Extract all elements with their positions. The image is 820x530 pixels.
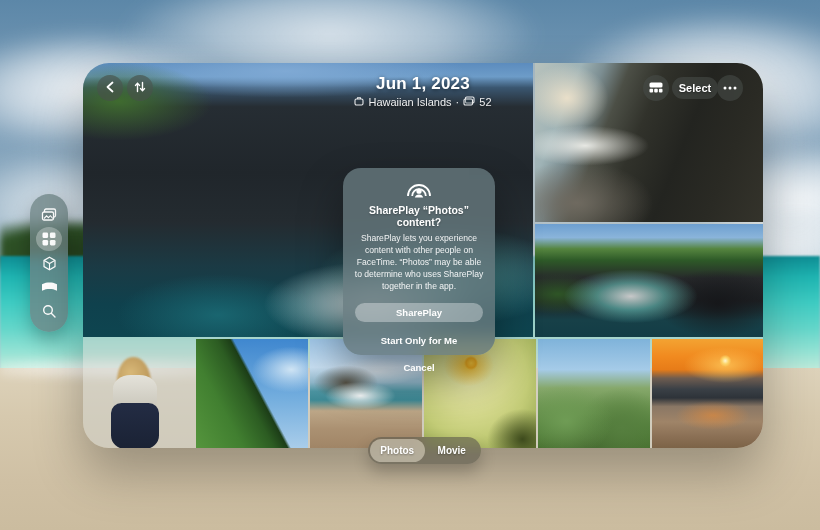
ellipsis-icon: [723, 80, 737, 92]
photos-stack-icon: [41, 208, 57, 222]
photo-woman-overlook[interactable]: [83, 339, 194, 448]
photos-tab-bar: [30, 194, 68, 332]
photo-yellow-flower[interactable]: [424, 339, 536, 448]
search-icon: [42, 304, 56, 318]
shareplay-icon: [353, 179, 485, 199]
grid-view-icon: [649, 79, 663, 97]
panorama-icon: [41, 282, 58, 293]
photo-cactus[interactable]: [538, 339, 650, 448]
grid-view-button[interactable]: [643, 75, 669, 101]
subtitle-separator: ·: [456, 96, 460, 108]
select-button[interactable]: Select: [672, 77, 718, 99]
more-options-button[interactable]: [717, 75, 743, 101]
photo-ocean-sunset[interactable]: [652, 339, 763, 448]
sidebar-item-search[interactable]: [36, 299, 62, 323]
tab-movie[interactable]: Movie: [425, 439, 480, 462]
location-label: Hawaiian Islands: [368, 96, 451, 108]
photo-green-sea-cliffs[interactable]: [196, 339, 308, 448]
photo-black-sand-cove[interactable]: [535, 224, 763, 337]
cancel-button[interactable]: Cancel: [353, 362, 485, 373]
dialog-title: SharePlay “Photos” content?: [355, 204, 483, 228]
photos-movie-segmented-control: Photos Movie: [368, 437, 481, 464]
sidebar-item-panoramas[interactable]: [36, 275, 62, 299]
trip-icon: [354, 96, 364, 108]
shareplay-dialog: SharePlay “Photos” content? SharePlay le…: [343, 168, 495, 355]
photo-count: 52: [479, 96, 491, 108]
figure-jeans: [111, 403, 159, 448]
photo-beach-surf[interactable]: [310, 339, 422, 448]
tab-photos[interactable]: Photos: [370, 439, 425, 462]
sidebar-item-spatial[interactable]: [36, 251, 62, 275]
albums-grid-icon: [42, 232, 56, 246]
dialog-body: SharePlay lets you experience content wi…: [354, 232, 484, 292]
cube-icon: [42, 256, 57, 271]
photo-count-icon: [463, 96, 475, 108]
sidebar-item-albums[interactable]: [36, 227, 62, 251]
shareplay-button[interactable]: SharePlay: [355, 303, 483, 322]
start-only-for-me-button[interactable]: Start Only for Me: [353, 335, 485, 346]
sidebar-item-photos[interactable]: [36, 203, 62, 227]
visionos-scene: Jun 1, 2023 Hawaiian Islands · 52 Select: [0, 0, 820, 530]
